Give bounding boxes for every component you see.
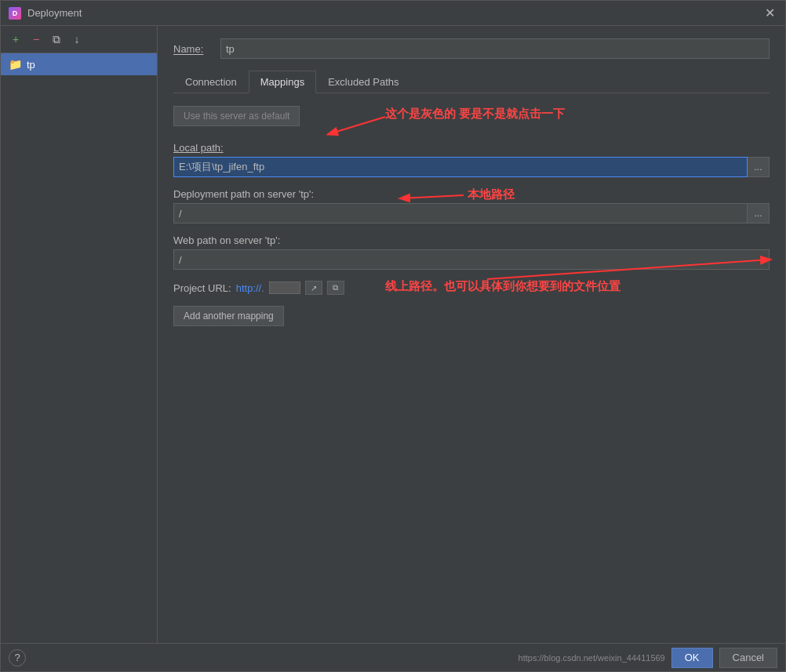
web-path-section: Web path on server 'tp': <box>173 234 770 270</box>
project-url-row: Project URL: http://. ↗ ⧉ <box>173 281 770 295</box>
local-path-browse-button[interactable]: ... <box>748 157 770 177</box>
project-url-link[interactable]: http://. <box>236 282 264 294</box>
window-title: Deployment <box>27 7 762 19</box>
local-path-label: Local path: <box>173 142 770 154</box>
close-button[interactable]: ✕ <box>762 5 777 21</box>
help-button[interactable]: ? <box>9 649 26 667</box>
main-panel: Name: Connection Mappings Excluded Paths… <box>158 26 785 643</box>
move-server-button[interactable]: ↓ <box>68 31 86 48</box>
tab-mappings[interactable]: Mappings <box>249 71 316 93</box>
name-input[interactable] <box>220 38 770 59</box>
name-label: Name: <box>173 43 213 55</box>
folder-icon: 📁 <box>9 58 22 71</box>
url-open-button[interactable]: ↗ <box>305 281 322 295</box>
title-bar: D Deployment ✕ <box>1 1 785 26</box>
sidebar-item-label: tp <box>27 59 35 71</box>
remove-server-button[interactable]: − <box>27 31 45 48</box>
project-url-label: Project URL: <box>173 282 231 294</box>
tab-connection[interactable]: Connection <box>173 71 249 93</box>
ok-button[interactable]: OK <box>671 648 713 668</box>
deployment-path-section: Deployment path on server 'tp': ... <box>173 188 770 223</box>
copy-server-button[interactable]: ⧉ <box>48 31 65 48</box>
web-path-input-row <box>173 249 770 270</box>
bottom-url: https://blog.csdn.net/weixin_44411569 <box>519 653 665 663</box>
add-server-button[interactable]: + <box>7 31 24 48</box>
tab-content-mappings: Use this server as default Local path: .… <box>173 93 770 643</box>
deployment-path-label: Deployment path on server 'tp': <box>173 188 770 200</box>
deployment-path-input-row: ... <box>173 203 770 223</box>
deployment-window: D Deployment ✕ + − ⧉ ↓ 📁 tp Name: <box>0 0 786 672</box>
deployment-path-browse-button[interactable]: ... <box>748 203 770 223</box>
local-path-input[interactable] <box>173 157 748 177</box>
url-copy-button[interactable]: ⧉ <box>327 281 344 295</box>
sidebar: + − ⧉ ↓ 📁 tp <box>1 26 158 643</box>
deployment-path-input[interactable] <box>173 203 748 223</box>
cancel-button[interactable]: Cancel <box>719 648 777 668</box>
sidebar-item-tp[interactable]: 📁 tp <box>1 53 157 75</box>
content-area: + − ⧉ ↓ 📁 tp Name: Connection Mappings E… <box>1 26 785 643</box>
local-path-input-row: ... <box>173 157 770 177</box>
name-row: Name: <box>173 38 770 59</box>
add-mapping-button[interactable]: Add another mapping <box>173 306 284 326</box>
local-path-section: Local path: ... <box>173 142 770 177</box>
sidebar-toolbar: + − ⧉ ↓ <box>1 26 157 53</box>
tab-excluded-paths[interactable]: Excluded Paths <box>316 71 410 93</box>
bottom-right: https://blog.csdn.net/weixin_44411569 OK… <box>519 648 777 668</box>
bottom-bar: ? https://blog.csdn.net/weixin_44411569 … <box>1 643 785 671</box>
tabs-row: Connection Mappings Excluded Paths <box>173 70 770 93</box>
use-server-default-button[interactable]: Use this server as default <box>173 106 300 126</box>
web-path-input[interactable] <box>173 249 770 270</box>
web-path-label: Web path on server 'tp': <box>173 234 770 246</box>
app-icon: D <box>9 7 21 20</box>
